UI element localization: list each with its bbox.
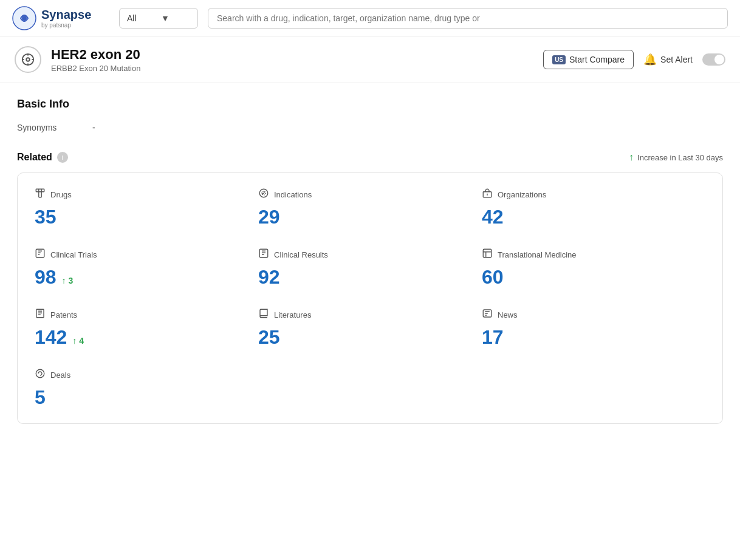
stat-item-clinical-trials[interactable]: Clinical Trials 98 ↑ 3	[35, 248, 258, 289]
svg-point-17	[36, 369, 44, 378]
set-alert-button[interactable]: 🔔 Set Alert	[643, 53, 693, 66]
stat-label-text: Translational Medicine	[498, 250, 577, 259]
bell-icon: 🔔	[643, 53, 657, 66]
stat-item-clinical-results[interactable]: Clinical Results 92	[258, 248, 482, 289]
synonyms-row: Synonyms -	[17, 123, 723, 132]
stat-value-news: 17	[482, 326, 705, 349]
stat-item-translational-medicine[interactable]: Translational Medicine 60	[482, 248, 705, 289]
patents-icon	[35, 308, 46, 321]
increase-value: 4	[79, 336, 84, 346]
stats-grid: Drugs 35 Indications 29 Organizations 42…	[35, 188, 705, 409]
stat-label-patents: Patents	[35, 308, 258, 321]
stat-label-text: Deals	[50, 370, 70, 380]
synonyms-label: Synonyms	[17, 123, 78, 132]
start-compare-button[interactable]: US Start Compare	[543, 50, 634, 69]
related-section: Related i ↑ Increase in Last 30 days Dru…	[17, 152, 723, 424]
increase-label: ↑ Increase in Last 30 days	[629, 152, 723, 163]
search-category-dropdown[interactable]: All ▼	[119, 8, 198, 29]
related-title: Related	[17, 152, 52, 163]
stat-item-literatures[interactable]: Literatures 25	[258, 308, 482, 349]
synapse-logo-icon	[12, 6, 36, 30]
stat-label-text: Clinical Results	[274, 250, 328, 259]
stat-value-literatures: 25	[258, 326, 482, 349]
main-content: Basic Info Synonyms - Related i ↑ Increa…	[0, 83, 740, 439]
stat-item-organizations[interactable]: Organizations 42	[482, 188, 705, 228]
entity-title-area: HER2 exon 20 ERBB2 Exon 20 Mutation	[51, 47, 533, 73]
increase-up-icon: ↑	[61, 276, 66, 285]
clinical-trials-icon	[35, 248, 46, 261]
increase-arrow-icon: ↑	[629, 152, 634, 163]
search-category-label: All	[127, 13, 156, 23]
alert-toggle[interactable]	[702, 53, 725, 66]
stat-label-text: Drugs	[50, 190, 72, 199]
svg-rect-13	[259, 249, 268, 258]
stat-label-text: News	[498, 310, 518, 319]
basic-info-section: Basic Info Synonyms -	[17, 98, 723, 132]
svg-rect-14	[483, 249, 492, 258]
stat-label-drugs: Drugs	[35, 188, 258, 201]
stat-value-patents: 142 ↑ 4	[35, 326, 258, 349]
drugs-icon	[35, 188, 46, 201]
stat-increase-clinical-trials: ↑ 3	[61, 276, 73, 285]
basic-info-title: Basic Info	[17, 98, 723, 111]
svg-point-3	[26, 58, 30, 61]
clinical-results-icon	[258, 248, 269, 261]
stat-label-translational-medicine: Translational Medicine	[482, 248, 705, 261]
stat-increase-patents: ↑ 4	[72, 336, 84, 346]
stat-label-indications: Indications	[258, 188, 482, 201]
alert-label: Set Alert	[660, 55, 693, 64]
stat-item-drugs[interactable]: Drugs 35	[35, 188, 258, 228]
literatures-icon	[258, 308, 269, 321]
stat-item-indications[interactable]: Indications 29	[258, 188, 482, 228]
svg-point-1	[22, 16, 27, 21]
top-nav: Synapse by patsnap All ▼	[0, 0, 740, 36]
stat-item-patents[interactable]: Patents 142 ↑ 4	[35, 308, 258, 349]
stat-value-translational-medicine: 60	[482, 266, 705, 289]
chevron-down-icon: ▼	[161, 13, 190, 23]
stat-value-organizations: 42	[482, 206, 705, 228]
stat-label-literatures: Literatures	[258, 308, 482, 321]
stat-item-news[interactable]: News 17	[482, 308, 705, 349]
stat-label-text: Patents	[50, 310, 77, 319]
related-header: Related i ↑ Increase in Last 30 days	[17, 152, 723, 163]
stat-value-indications: 29	[258, 206, 482, 228]
organizations-icon	[482, 188, 493, 201]
increase-value: 3	[68, 276, 73, 285]
entity-icon	[15, 46, 41, 73]
stats-card: Drugs 35 Indications 29 Organizations 42…	[17, 172, 723, 424]
stat-label-clinical-trials: Clinical Trials	[35, 248, 258, 261]
stat-value-clinical-results: 92	[258, 266, 482, 289]
stat-label-text: Organizations	[498, 190, 546, 199]
svg-rect-12	[36, 249, 44, 258]
stat-label-clinical-results: Clinical Results	[258, 248, 482, 261]
stat-label-news: News	[482, 308, 705, 321]
entity-actions: US Start Compare 🔔 Set Alert	[543, 50, 725, 69]
stat-label-text: Indications	[274, 190, 312, 199]
logo: Synapse by patsnap	[12, 6, 109, 30]
stat-label-text: Clinical Trials	[50, 250, 97, 259]
entity-title: HER2 exon 20	[51, 47, 533, 63]
stat-label-text: Literatures	[274, 310, 311, 319]
stat-value-clinical-trials: 98 ↑ 3	[35, 266, 258, 289]
increase-up-icon: ↑	[72, 336, 77, 346]
compare-label: Start Compare	[569, 55, 625, 64]
stat-value-drugs: 35	[35, 206, 258, 228]
entity-subtitle: ERBB2 Exon 20 Mutation	[51, 64, 533, 73]
stat-label-organizations: Organizations	[482, 188, 705, 201]
compare-icon: US	[552, 55, 566, 64]
stat-item-deals[interactable]: Deals 5	[35, 368, 258, 409]
logo-text: Synapse	[41, 8, 91, 22]
stat-value-deals: 5	[35, 386, 258, 409]
search-input[interactable]	[208, 8, 728, 29]
increase-label-text: Increase in Last 30 days	[637, 153, 723, 162]
synonyms-value: -	[92, 123, 95, 132]
entity-header: HER2 exon 20 ERBB2 Exon 20 Mutation US S…	[0, 36, 740, 83]
stat-label-deals: Deals	[35, 368, 258, 381]
indications-icon	[258, 188, 269, 201]
svg-rect-15	[36, 309, 44, 318]
related-title-wrap: Related i	[17, 152, 68, 163]
related-info-icon[interactable]: i	[57, 152, 68, 163]
news-icon	[482, 308, 493, 321]
deals-icon	[35, 368, 46, 381]
logo-subtext: by patsnap	[41, 22, 91, 29]
